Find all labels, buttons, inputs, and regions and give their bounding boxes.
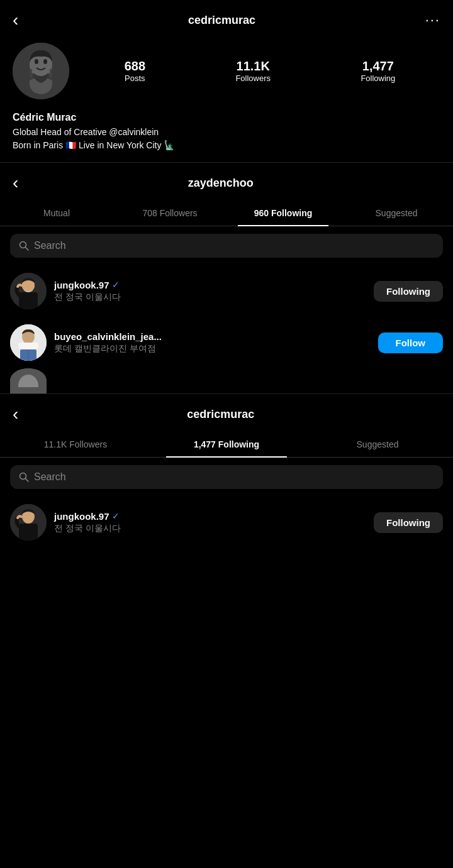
tab-mutual-label: Mutual — [43, 208, 70, 218]
list-item: buyeo_calvinklein_jea... 롯데 캘빈클라이진 부여점 F… — [10, 317, 443, 368]
username: jungkook.97 — [54, 511, 109, 522]
profile-header: 688 Posts 11.1K Followers 1,477 Followin… — [0, 38, 453, 109]
following-label: Following — [361, 74, 395, 83]
username-row: buyeo_calvinklein_jea... — [54, 331, 371, 342]
following-tabs: Mutual 708 Followers 960 Following Sugge… — [0, 201, 453, 226]
list-item: jungkook.97 ✓ 전 정국 이울시다 Following — [10, 265, 443, 317]
cedric-following-back-button[interactable]: ‹ — [13, 404, 18, 424]
posts-stat[interactable]: 688 Posts — [125, 59, 145, 83]
svg-rect-8 — [19, 292, 38, 309]
user-list: jungkook.97 ✓ 전 정국 이울시다 Following — [0, 265, 453, 393]
username: buyeo_calvinklein_jea... — [54, 331, 162, 342]
verified-badge: ✓ — [112, 511, 120, 521]
cedric-user-list: jungkook.97 ✓ 전 정국 이울시다 Following — [0, 497, 453, 548]
display-name: Cédric Murac — [13, 112, 440, 123]
tab2-suggested[interactable]: Suggested — [302, 432, 453, 457]
svg-line-19 — [26, 479, 29, 482]
list-item — [10, 368, 443, 393]
stats-row: 688 Posts 11.1K Followers 1,477 Followin… — [79, 59, 440, 83]
username: jungkook.97 — [54, 280, 109, 290]
posts-count: 688 — [125, 59, 145, 74]
cedric-following-tabs: 11.1K Followers 1,477 Following Suggeste… — [0, 432, 453, 458]
svg-line-5 — [26, 248, 29, 251]
following-list-screen-zaydenchoo: ‹ zaydenchoo Mutual 708 Followers 960 Fo… — [0, 162, 453, 393]
avatar[interactable] — [10, 324, 47, 361]
bio-line2: Born in Paris 🇫🇷 Live in New York City 🗽 — [13, 140, 174, 150]
following-stat[interactable]: 1,477 Following — [361, 59, 395, 83]
bio: Global Head of Creative @calvinklein Bor… — [13, 126, 440, 152]
avatar[interactable] — [13, 43, 69, 99]
user-info: jungkook.97 ✓ 전 정국 이울시다 — [54, 511, 366, 534]
tab2-followers[interactable]: 11.1K Followers — [0, 432, 151, 457]
username-row: jungkook.97 ✓ — [54, 280, 366, 290]
user-subtitle: 롯데 캘빈클라이진 부여점 — [54, 343, 371, 354]
search-icon — [19, 241, 29, 251]
search-container: Search — [0, 226, 453, 265]
profile-info: Cédric Murac Global Head of Creative @ca… — [0, 109, 453, 162]
tab2-following[interactable]: 1,477 Following — [151, 432, 302, 457]
followers-count: 11.1K — [237, 59, 270, 74]
tab-followers[interactable]: 708 Followers — [113, 201, 226, 226]
verified-badge: ✓ — [112, 280, 120, 290]
svg-rect-22 — [19, 524, 38, 541]
tab-suggested[interactable]: Suggested — [340, 201, 453, 226]
bio-line1: Global Head of Creative @calvinklein — [13, 127, 159, 137]
tab2-following-label: 1,477 Following — [194, 439, 259, 449]
tab-followers-label: 708 Followers — [142, 208, 197, 218]
tab-following-label: 960 Following — [254, 208, 313, 218]
cedric-following-nav: ‹ cedricmurac — [0, 394, 453, 432]
user-subtitle: 전 정국 이울시다 — [54, 292, 366, 303]
username-row: jungkook.97 ✓ — [54, 511, 366, 522]
avatar-partial — [10, 368, 47, 393]
search-icon — [19, 472, 29, 482]
search-placeholder: Search — [34, 240, 66, 251]
avatar[interactable] — [10, 504, 47, 541]
tab-mutual[interactable]: Mutual — [0, 201, 113, 226]
cedric-search-box[interactable]: Search — [10, 465, 443, 489]
user-info: buyeo_calvinklein_jea... 롯데 캘빈클라이진 부여점 — [54, 331, 371, 354]
svg-point-2 — [35, 59, 38, 64]
tab2-followers-label: 11.1K Followers — [44, 439, 107, 449]
top-nav: ‹ cedricmurac ··· — [0, 0, 453, 38]
following-nav: ‹ zaydenchoo — [0, 163, 453, 201]
svg-rect-13 — [18, 343, 38, 349]
back-button[interactable]: ‹ — [13, 10, 18, 30]
following-nav-title: zaydenchoo — [28, 177, 413, 190]
profile-screen: ‹ cedricmurac ··· — [0, 0, 453, 162]
following-back-button[interactable]: ‹ — [13, 173, 18, 193]
list-item: jungkook.97 ✓ 전 정국 이울시다 Following — [10, 497, 443, 548]
following-count: 1,477 — [362, 59, 394, 74]
followers-stat[interactable]: 11.1K Followers — [235, 59, 271, 83]
tab-suggested-label: Suggested — [376, 208, 418, 218]
avatar[interactable] — [10, 273, 47, 309]
search-box[interactable]: Search — [10, 234, 443, 258]
following-list-screen-cedricmurac: ‹ cedricmurac 11.1K Followers 1,477 Foll… — [0, 393, 453, 548]
cedric-search-placeholder: Search — [34, 471, 66, 483]
user-subtitle: 전 정국 이울시다 — [54, 523, 366, 534]
follow-button[interactable]: Follow — [378, 332, 444, 353]
profile-username: cedricmurac — [188, 14, 255, 27]
posts-label: Posts — [125, 74, 145, 83]
followers-label: Followers — [235, 74, 271, 83]
tab-following[interactable]: 960 Following — [226, 201, 340, 226]
svg-point-3 — [43, 59, 47, 64]
user-info: jungkook.97 ✓ 전 정국 이울시다 — [54, 280, 366, 303]
following-button[interactable]: Following — [374, 281, 443, 302]
more-options-button[interactable]: ··· — [425, 12, 440, 28]
cedric-following-nav-title: cedricmurac — [28, 408, 413, 421]
tab2-suggested-label: Suggested — [357, 439, 399, 449]
cedric-search-container: Search — [0, 458, 453, 497]
following-button[interactable]: Following — [374, 512, 443, 533]
